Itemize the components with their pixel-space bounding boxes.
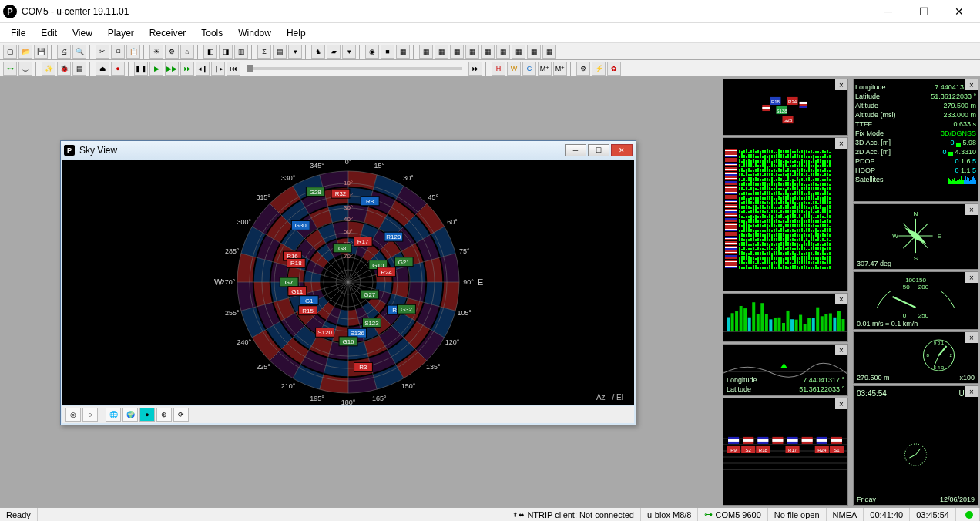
- step-back-icon[interactable]: ◂❙: [196, 62, 210, 76]
- plug-icon[interactable]: ⚡: [592, 62, 606, 76]
- minimize-button[interactable]: ─: [871, 0, 906, 23]
- svg-line-208: [935, 355, 939, 366]
- tool-icon[interactable]: ▦: [481, 45, 495, 59]
- tool-icon[interactable]: ▦: [542, 45, 556, 59]
- maximize-button[interactable]: ☐: [906, 0, 941, 23]
- menu-window[interactable]: Window: [230, 25, 279, 42]
- record-icon[interactable]: ●: [111, 62, 125, 76]
- tool-icon[interactable]: ◨: [219, 45, 233, 59]
- target-icon[interactable]: ◎: [65, 408, 81, 422]
- lbl: PDOP: [855, 156, 875, 166]
- close-button[interactable]: ✕: [941, 0, 977, 23]
- tool-icon[interactable]: ■: [381, 45, 394, 59]
- preview-icon[interactable]: 🔍: [72, 45, 86, 59]
- svg-rect-151: [816, 308, 819, 331]
- tool-icon[interactable]: ▦: [465, 45, 479, 59]
- panel-close-icon[interactable]: ×: [965, 204, 978, 215]
- tool-icon[interactable]: ▦: [396, 45, 410, 59]
- tool-icon[interactable]: ▾: [288, 45, 302, 59]
- tool-icon[interactable]: Σ: [257, 45, 271, 59]
- tool-icon[interactable]: ◧: [203, 45, 217, 59]
- pause-icon[interactable]: ❚❚: [134, 62, 148, 76]
- tool-icon[interactable]: ▤: [273, 45, 287, 59]
- tool-icon[interactable]: ⚙: [165, 45, 179, 59]
- svg-text:210°: 210°: [281, 382, 296, 390]
- playback-slider[interactable]: [247, 67, 462, 70]
- svg-text:105°: 105°: [457, 309, 472, 317]
- open-icon[interactable]: 📂: [18, 45, 32, 59]
- ff-icon[interactable]: ▶▶: [165, 62, 179, 76]
- panel-close-icon[interactable]: ×: [835, 398, 847, 409]
- eject-icon[interactable]: ⏏: [96, 62, 109, 76]
- panel-close-icon[interactable]: ×: [835, 345, 847, 355]
- globe-icon[interactable]: 🌍: [123, 408, 138, 422]
- play-icon[interactable]: ▶: [149, 62, 163, 76]
- fff-icon[interactable]: ⏭: [180, 62, 194, 76]
- pulse-icon[interactable]: ⏝: [18, 62, 32, 76]
- print-icon[interactable]: 🖨: [57, 45, 71, 59]
- skyview-max[interactable]: ☐: [588, 144, 609, 156]
- m-icon[interactable]: M⁺: [553, 62, 567, 76]
- paste-icon[interactable]: 📋: [126, 45, 140, 59]
- connect-icon[interactable]: ⊶: [3, 62, 17, 76]
- skyview-close[interactable]: ✕: [611, 144, 633, 156]
- prev-icon[interactable]: ⏮: [227, 62, 240, 76]
- tool-icon[interactable]: ▥: [234, 45, 248, 59]
- hot-icon[interactable]: H: [492, 62, 505, 76]
- scan-icon[interactable]: ▤: [72, 62, 86, 76]
- m-icon[interactable]: M⁺: [538, 62, 552, 76]
- panel-close-icon[interactable]: ×: [965, 272, 978, 283]
- gear-icon[interactable]: ⚙: [576, 62, 590, 76]
- status-port: COM5 9600: [716, 510, 761, 519]
- panel-close-icon[interactable]: ×: [835, 79, 847, 90]
- menu-file[interactable]: File: [3, 25, 33, 42]
- cut-icon[interactable]: ✂: [96, 45, 109, 59]
- globe-icon[interactable]: 🌐: [106, 408, 121, 422]
- svg-text:R18: R18: [290, 260, 302, 267]
- scale-icon[interactable]: ⟳: [173, 408, 189, 422]
- menu-tools[interactable]: Tools: [193, 25, 230, 42]
- warm-icon[interactable]: W: [507, 62, 521, 76]
- toggle-icon[interactable]: ●: [139, 408, 155, 422]
- next-icon[interactable]: ⏭: [468, 62, 482, 76]
- cold-icon[interactable]: C: [522, 62, 536, 76]
- circle-icon[interactable]: ○: [82, 408, 98, 422]
- tool-icon[interactable]: ▦: [450, 45, 464, 59]
- svg-text:G28: G28: [784, 118, 793, 123]
- gauge-top: 100150: [854, 272, 978, 284]
- tool-icon[interactable]: ◉: [365, 45, 379, 59]
- tool-icon[interactable]: ▰: [327, 45, 341, 59]
- menu-view[interactable]: View: [65, 25, 100, 42]
- nsew-icon[interactable]: ⊕: [156, 408, 172, 422]
- menu-edit[interactable]: Edit: [33, 25, 65, 42]
- panel-close-icon[interactable]: ×: [965, 332, 978, 343]
- tool-icon[interactable]: ⌂: [180, 45, 194, 59]
- svg-text:285°: 285°: [225, 247, 240, 255]
- tool-icon[interactable]: ▦: [512, 45, 525, 59]
- step-fwd-icon[interactable]: ❙▸: [211, 62, 225, 76]
- gear-icon[interactable]: ✿: [607, 62, 621, 76]
- tool-icon[interactable]: ▦: [419, 45, 433, 59]
- menu-player[interactable]: Player: [100, 25, 142, 42]
- copy-icon[interactable]: ⧉: [111, 45, 125, 59]
- tool-icon[interactable]: ▾: [342, 45, 356, 59]
- tool-icon[interactable]: ▦: [527, 45, 541, 59]
- tool-icon[interactable]: ☀: [149, 45, 163, 59]
- wand-icon[interactable]: ✨: [42, 62, 55, 76]
- menu-receiver[interactable]: Receiver: [142, 25, 193, 42]
- bug-icon[interactable]: 🐞: [57, 62, 71, 76]
- menu-help[interactable]: Help: [279, 25, 314, 42]
- tool-icon[interactable]: ▦: [496, 45, 510, 59]
- panel-close-icon[interactable]: ×: [835, 294, 847, 304]
- tool-icon[interactable]: ♞: [311, 45, 325, 59]
- panel-close-icon[interactable]: ×: [835, 138, 847, 149]
- panel-close-icon[interactable]: ×: [965, 386, 978, 397]
- tool-icon[interactable]: ▦: [435, 45, 448, 59]
- svg-rect-133: [740, 306, 743, 331]
- panel-close-icon[interactable]: ×: [965, 79, 978, 90]
- skyview-min[interactable]: ─: [565, 144, 586, 156]
- save-icon[interactable]: 💾: [34, 45, 48, 59]
- new-icon[interactable]: ▢: [3, 45, 17, 59]
- svg-rect-136: [752, 302, 755, 331]
- info-panel: × Longitude7.44041317 ° Latitude51.36122…: [853, 79, 978, 202]
